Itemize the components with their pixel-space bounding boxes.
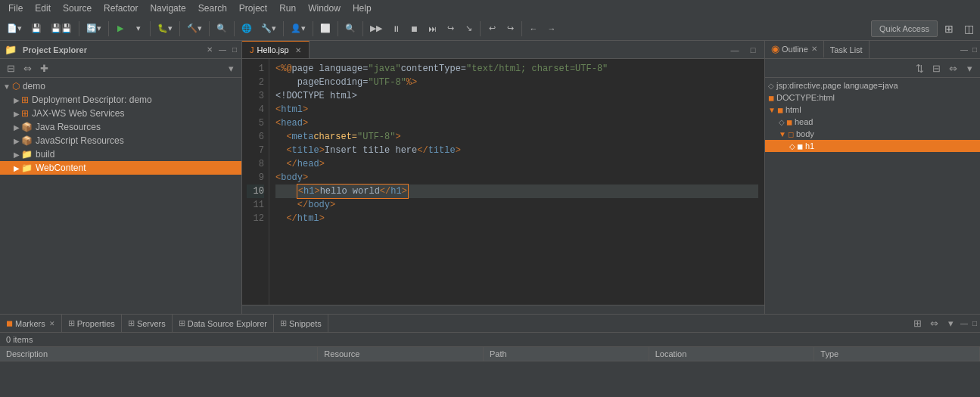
tree-item-jaxws[interactable]: ▶ ⊞ JAX-WS Web Services <box>0 107 241 120</box>
properties-tab-icon: ⊞ <box>68 318 75 328</box>
outline-item-html[interactable]: ▼ ◼ html <box>765 104 980 116</box>
toolbar-sep-12 <box>521 21 522 36</box>
outline-sync-btn[interactable]: ⇔ <box>945 60 960 76</box>
tree-arrow-descriptor: ▶ <box>14 96 20 104</box>
tree-arrow-js: ▶ <box>14 137 20 145</box>
link-editor-btn[interactable]: ⇔ <box>20 60 35 76</box>
toolbar-sep-10 <box>362 21 363 36</box>
toolbar-resume-btn[interactable]: ▶▶ <box>366 20 386 37</box>
toolbar-prev-btn[interactable]: ← <box>525 20 542 37</box>
outline-sort-btn[interactable]: ⇅ <box>912 60 927 76</box>
toolbar-window-btn[interactable]: ⬜ <box>316 20 334 37</box>
project-explorer-title: Project Explorer <box>23 45 204 54</box>
tree-item-js[interactable]: ▶ 📦 JavaScript Resources <box>0 134 241 147</box>
right-panel-max-icon[interactable]: □ <box>972 45 977 54</box>
toolbar-perspective-btn[interactable]: ⊞ <box>941 20 957 37</box>
toolbar-pause-btn[interactable]: ⏸ <box>387 20 404 37</box>
bottom-max-icon[interactable]: □ <box>972 319 977 327</box>
tree-item-java[interactable]: ▶ 📦 Java Resources <box>0 120 241 134</box>
servers-tab-icon: ⊞ <box>128 318 135 328</box>
toolbar-step-into-btn[interactable]: ↘ <box>460 20 477 37</box>
toolbar-globe-btn[interactable]: 🌐 <box>238 20 256 37</box>
outline-html-label: html <box>786 105 801 114</box>
menu-search[interactable]: Search <box>193 2 232 15</box>
new-btn[interactable]: ✚ <box>36 60 51 76</box>
toolbar-run-btn[interactable]: ▶ <box>112 20 129 37</box>
toolbar-next-btn[interactable]: → <box>543 20 560 37</box>
menu-refactor[interactable]: Refactor <box>98 2 143 15</box>
quick-access-button[interactable]: Quick Access <box>871 20 938 37</box>
bottom-menu-btn[interactable]: ▾ <box>944 316 959 331</box>
tree-item-webcontent[interactable]: ▶ 📁 WebContent <box>0 161 241 175</box>
outline-item-head[interactable]: ◇ ◼ head <box>765 116 980 128</box>
markers-tab-label: Markers <box>15 319 45 328</box>
outline-tab[interactable]: ◉ Outline ✕ <box>765 41 824 58</box>
toolbar-debug-btn[interactable]: 🐛▾ <box>154 20 176 37</box>
toolbar-search-btn[interactable]: 🔍 <box>213 20 231 37</box>
outline-item-doctype[interactable]: ◼ DOCTYPE:html <box>765 91 980 104</box>
outline-tab-icon: ◉ <box>771 43 779 54</box>
project-explorer-menu-icon[interactable]: ✕ <box>207 45 213 54</box>
tree-item-demo[interactable]: ▼ ⬡ demo <box>0 79 241 93</box>
outline-filter-btn[interactable]: ⊟ <box>929 60 944 76</box>
bottom-open-console-btn[interactable]: ⊞ <box>910 316 926 331</box>
toolbar-back-btn[interactable]: ↩ <box>484 20 500 37</box>
editor-maximize-btn[interactable]: □ <box>745 42 761 58</box>
bottom-sync-btn[interactable]: ⇔ <box>927 316 942 331</box>
markers-tab-close[interactable]: ✕ <box>49 320 55 327</box>
outline-body-label: body <box>796 129 814 138</box>
snippets-tab-icon: ⊞ <box>280 318 287 328</box>
toolbar-disconnect-btn[interactable]: ⏭ <box>424 20 440 37</box>
menu-navigate[interactable]: Navigate <box>145 2 191 15</box>
bottom-tab-markers[interactable]: ◼ Markers ✕ <box>0 315 62 332</box>
outline-menu-btn[interactable]: ▾ <box>962 60 977 76</box>
project-explorer-min-icon[interactable]: — <box>219 45 226 54</box>
bottom-tab-snippets[interactable]: ⊞ Snippets <box>274 315 328 332</box>
tree-arrow-demo: ▼ <box>3 82 11 91</box>
editor-minimize-btn[interactable]: — <box>726 42 743 58</box>
toolbar-save-btn[interactable]: 💾 <box>27 20 45 37</box>
right-panel-min-icon[interactable]: — <box>960 45 968 54</box>
task-list-tab[interactable]: Task List <box>824 41 870 58</box>
toolbar-fwd-btn[interactable]: ↪ <box>502 20 518 37</box>
bottom-tab-datasource[interactable]: ⊞ Data Source Explorer <box>173 315 274 332</box>
toolbar-run-dropdown-btn[interactable]: ▾ <box>130 20 147 37</box>
editor-scrollbar[interactable] <box>242 305 764 314</box>
toolbar-ant-btn[interactable]: 🔧▾ <box>257 20 280 37</box>
bottom-min-icon[interactable]: — <box>960 319 968 327</box>
outline-tab-close[interactable]: ✕ <box>811 45 817 53</box>
menu-project[interactable]: Project <box>234 2 272 15</box>
menu-help[interactable]: Help <box>347 2 377 15</box>
toolbar-new-btn[interactable]: 📄▾ <box>3 20 26 37</box>
tree-item-descriptor[interactable]: ▶ ⊞ Deployment Descriptor: demo <box>0 93 241 107</box>
toolbar-build-btn[interactable]: 🔨▾ <box>183 20 206 37</box>
toolbar-step-over-btn[interactable]: ↪ <box>442 20 459 37</box>
toolbar-magnify-btn[interactable]: 🔍 <box>341 20 359 37</box>
tree-item-build[interactable]: ▶ 📁 build <box>0 147 241 161</box>
outline-directive-label: jsp:directive.page language=java <box>776 81 898 90</box>
toolbar-stop-btn[interactable]: ⏹ <box>406 20 422 37</box>
code-editor[interactable]: <%@ page language="java" contentType="te… <box>269 59 764 305</box>
collapse-all-btn[interactable]: ⊟ <box>3 60 18 76</box>
outline-item-body[interactable]: ▼ ◻ body <box>765 128 980 140</box>
bottom-tab-servers[interactable]: ⊞ Servers <box>122 315 173 332</box>
outline-item-h1[interactable]: ◇ ◼ h1 <box>765 140 980 152</box>
menu-source[interactable]: Source <box>58 2 97 15</box>
outline-item-directive[interactable]: ◇ jsp:directive.page language=java <box>765 79 980 91</box>
menu-edit[interactable]: Edit <box>30 2 56 15</box>
toolbar-person-btn[interactable]: 👤▾ <box>287 20 310 37</box>
toolbar-perspective2-btn[interactable]: ◫ <box>960 20 977 37</box>
editor-tab-hello[interactable]: J Hello.jsp ✕ <box>242 41 310 58</box>
view-menu-btn[interactable]: ▾ <box>223 60 238 76</box>
menu-window[interactable]: Window <box>303 2 346 15</box>
tree-label-descriptor: Deployment Descriptor: demo <box>32 95 152 105</box>
project-explorer-max-icon[interactable]: □ <box>232 45 237 54</box>
editor-tab-close[interactable]: ✕ <box>295 46 301 54</box>
menu-run[interactable]: Run <box>274 2 301 15</box>
outline-toolbar: ⇅ ⊟ ⇔ ▾ <box>765 59 980 78</box>
toolbar-save-all-btn[interactable]: 💾💾 <box>47 20 76 37</box>
bottom-content: 0 items Description Resource Path Locati… <box>0 333 980 397</box>
bottom-tab-properties[interactable]: ⊞ Properties <box>62 315 122 332</box>
toolbar-refresh-btn[interactable]: 🔄▾ <box>82 20 105 37</box>
menu-file[interactable]: File <box>3 2 28 15</box>
